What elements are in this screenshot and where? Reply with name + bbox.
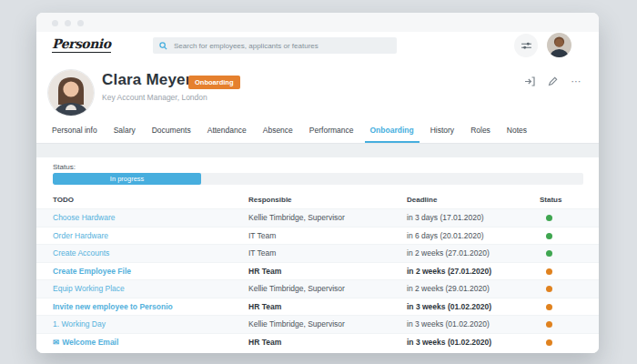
column-header-todo: TODO: [53, 196, 74, 204]
more-options-icon[interactable]: ⋯: [569, 75, 584, 88]
todo-link[interactable]: Equip Working Place: [53, 280, 125, 297]
app-window: Personio: [36, 13, 599, 353]
table-row: Choose HardwareKellie Timbridge, Supervi…: [36, 208, 599, 227]
window-controls[interactable]: [52, 20, 84, 26]
app-header: Personio: [36, 32, 599, 61]
edit-pencil-icon[interactable]: [545, 75, 561, 88]
todo-link[interactable]: Create Employee File: [53, 263, 131, 279]
responsible-cell: HR Team: [248, 334, 281, 350]
todo-label: Choose Hardware: [53, 213, 116, 222]
status-dot-green: [546, 233, 552, 239]
todo-link[interactable]: ✉Welcome Email: [53, 334, 118, 350]
employee-avatar: [48, 70, 94, 116]
search-input[interactable]: [172, 41, 390, 51]
deadline-cell: in 2 weeks (27.01.2020): [407, 263, 491, 279]
todo-link[interactable]: Choose Hardware: [53, 209, 116, 226]
employee-role-location: Key Account Manager, London: [102, 93, 207, 102]
tab-salary[interactable]: Salary: [108, 118, 141, 143]
todo-label: Create Accounts: [53, 248, 109, 258]
progress-label: In progress: [110, 175, 145, 183]
responsible-cell: IT Team: [248, 228, 276, 244]
status-dot-orange: [546, 268, 552, 275]
search-icon: [159, 42, 167, 50]
envelope-icon: ✉: [53, 338, 59, 347]
page-background: Personio: [0, 0, 637, 364]
deadline-cell: in 3 days (17.01.2020): [407, 209, 484, 226]
tab-absence[interactable]: Absence: [258, 118, 298, 143]
responsible-cell: Kellie Timbridge, Supervisor: [248, 280, 345, 297]
responsible-cell: Kellie Timbridge, Supervisor: [248, 209, 345, 226]
table-row: Create Employee FileHR Teamin 2 weeks (2…: [36, 262, 599, 280]
employee-name: Clara Meyers: [102, 71, 200, 89]
search-bar[interactable]: [153, 37, 397, 54]
todo-link[interactable]: 1. Working Day: [53, 316, 106, 332]
onboarding-status-badge: Onboarding: [188, 76, 240, 89]
deadline-cell: in 3 weeks (01.02.2020): [407, 334, 491, 350]
column-header-deadline: Deadline: [407, 196, 437, 204]
tab-onboarding[interactable]: Onboarding: [365, 118, 420, 143]
deadline-cell: in 2 weeks (29.01.2020): [407, 280, 490, 297]
tab-documents[interactable]: Documents: [147, 118, 197, 143]
status-dot-orange: [546, 286, 552, 292]
window-control-dot[interactable]: [65, 20, 71, 26]
todo-label: Equip Working Place: [53, 284, 125, 293]
todo-label: Create Employee File: [53, 267, 131, 276]
status-dot-orange: [546, 304, 552, 310]
todo-link[interactable]: Create Accounts: [53, 245, 109, 261]
profile-tabs: Personal infoSalaryDocumentsAttendanceAb…: [36, 118, 599, 144]
table-row: Invite new employee to PersonioHR Teamin…: [36, 298, 599, 316]
status-dot-orange: [546, 339, 552, 346]
table-row: Create AccountsIT Teamin 2 weeks (27.01.…: [36, 244, 599, 262]
window-control-dot[interactable]: [52, 20, 58, 26]
onboarding-progress-bar: In progress: [53, 173, 583, 185]
employee-profile-header: Clara Meyers Onboarding Key Account Mana…: [36, 60, 599, 118]
responsible-cell: HR Team: [248, 263, 281, 279]
todo-table-header: TODO Responsible Deadline Status: [36, 192, 599, 208]
todo-label: 1. Working Day: [53, 319, 106, 329]
column-header-status: Status: [540, 196, 561, 204]
todo-label: Order Hardware: [53, 231, 108, 240]
column-header-responsible: Responsible: [248, 196, 292, 204]
tab-notes[interactable]: Notes: [501, 118, 532, 143]
filter-icon[interactable]: [514, 34, 538, 57]
impersonate-login-icon[interactable]: [521, 75, 537, 88]
tab-personal-info[interactable]: Personal info: [46, 118, 103, 143]
current-user-avatar[interactable]: [547, 33, 571, 57]
tab-attendance[interactable]: Attendance: [202, 118, 252, 143]
deadline-cell: in 6 days (20.01.2020): [407, 228, 484, 244]
tab-roles[interactable]: Roles: [465, 118, 496, 143]
table-row: Order HardwareIT Teamin 6 days (20.01.20…: [36, 227, 599, 245]
deadline-cell: in 3 weeks (01.02.2020): [407, 298, 491, 315]
personio-logo[interactable]: Personio: [52, 36, 111, 53]
window-titlebar: [36, 13, 599, 32]
table-row: 1. Working DayKellie Timbridge, Supervis…: [36, 315, 599, 333]
deadline-cell: in 3 weeks (01.02.2020): [407, 316, 490, 332]
todo-table-body: Choose HardwareKellie Timbridge, Supervi…: [36, 208, 599, 350]
tab-performance[interactable]: Performance: [304, 118, 359, 143]
responsible-cell: IT Team: [248, 245, 276, 261]
todo-link[interactable]: Order Hardware: [53, 228, 108, 244]
responsible-cell: HR Team: [248, 298, 281, 315]
responsible-cell: Kellie Timbridge, Supervisor: [248, 316, 345, 332]
deadline-cell: in 2 weeks (27.01.2020): [407, 245, 490, 261]
progress-fill: In progress: [53, 173, 201, 185]
section-divider: [36, 144, 599, 157]
window-control-dot[interactable]: [77, 20, 84, 26]
status-label: Status:: [53, 163, 76, 171]
tab-history[interactable]: History: [425, 118, 460, 143]
todo-label: Invite new employee to Personio: [53, 302, 173, 311]
onboarding-panel: Status: In progress TODO Responsible Dea…: [36, 157, 599, 353]
status-dot-green: [546, 250, 552, 257]
status-dot-orange: [546, 321, 552, 328]
todo-label: Welcome Email: [62, 338, 118, 347]
table-row: Equip Working PlaceKellie Timbridge, Sup…: [36, 279, 599, 298]
todo-link[interactable]: Invite new employee to Personio: [53, 298, 173, 315]
status-dot-green: [546, 215, 552, 221]
table-row: ✉Welcome EmailHR Teamin 3 weeks (01.02.2…: [36, 333, 599, 351]
